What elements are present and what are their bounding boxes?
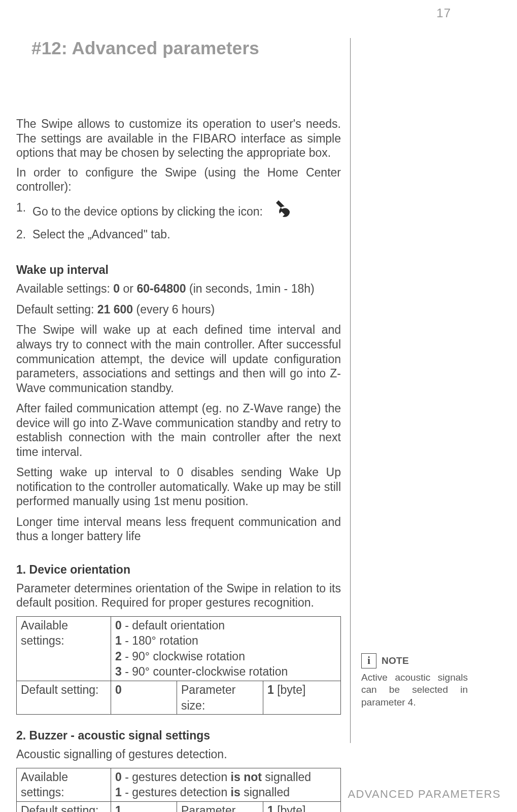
param-1-opt2-value: 2 <box>115 650 122 663</box>
config-step-1: Go to the device options by clicking the… <box>16 200 341 224</box>
config-step-2: Select the „Advanced" tab. <box>16 227 341 242</box>
param-2-opt1-value: 1 <box>115 786 122 799</box>
param-2-block: 2. Buzzer - acoustic signal settings Aco… <box>16 729 341 812</box>
param-1-block: 1. Device orientation Parameter determin… <box>16 563 341 715</box>
param-2-available-label: Available settings: <box>17 768 111 801</box>
intro-paragraph-1: The Swipe allows to customize its operat… <box>16 117 341 160</box>
param-2-psize-label: Parameter size: <box>177 801 263 812</box>
param-2-psize-num: 1 <box>267 804 274 812</box>
table-row: Available settings: 0 - default orientat… <box>17 616 341 681</box>
wakeup-available-v1: 0 <box>113 282 120 295</box>
param-1-opt1-text: - 180° rotation <box>122 634 198 647</box>
note-body: Active acoustic signals can be selected … <box>361 672 468 709</box>
footer-section-name: ADVANCED PARAMETERS <box>348 788 501 801</box>
wakeup-available-v2: 60-64800 <box>136 282 186 295</box>
table-row: Default setting: 1 Parameter size: 1 [by… <box>17 801 341 812</box>
note-header: i NOTE <box>361 653 468 668</box>
note-title: NOTE <box>382 655 409 667</box>
param-1-default-value-text: 0 <box>115 683 122 696</box>
wakeup-available-sep: or <box>120 282 136 295</box>
param-2-opt1-emph: is <box>231 786 240 799</box>
wakeup-p3: Setting wake up interval to 0 disables s… <box>16 465 341 509</box>
page-number: 17 <box>436 6 451 20</box>
table-row: Default setting: 0 Parameter size: 1 [by… <box>17 681 341 715</box>
param-1-heading: 1. Device orientation <box>16 563 341 577</box>
param-1-available-label: Available settings: <box>17 616 111 681</box>
param-1-opt2-text: - 90° clockwise rotation <box>122 650 245 663</box>
param-1-default-value: 0 <box>111 681 177 715</box>
param-2-default-value-text: 1 <box>115 804 122 812</box>
param-1-available-options: 0 - default orientation 1 - 180° rotatio… <box>111 616 341 681</box>
param-1-opt0-text: - default orientation <box>122 619 225 632</box>
wakeup-default: Default setting: 21 600 (every 6 hours) <box>16 302 341 317</box>
wakeup-default-value: 21 600 <box>97 303 133 316</box>
wakeup-default-tail: (every 6 hours) <box>133 303 215 316</box>
table-row: Available settings: 0 - gestures detecti… <box>17 768 341 801</box>
info-icon: i <box>361 653 376 668</box>
param-2-available-options: 0 - gestures detection is not signalled … <box>111 768 341 801</box>
config-steps: Go to the device options by clicking the… <box>16 200 341 242</box>
param-1-default-label: Default setting: <box>17 681 111 715</box>
main-column: #12: Advanced parameters The Swipe allow… <box>16 38 341 812</box>
vertical-rule <box>350 38 351 743</box>
param-2-psize-value: 1 [byte] <box>263 801 341 812</box>
param-1-opt0-value: 0 <box>115 619 122 632</box>
param-2-desc: Acoustic signalling of gestures detectio… <box>16 747 341 762</box>
wakeup-heading: Wake up interval <box>16 263 341 277</box>
wakeup-available-label: Available settings: <box>16 282 113 295</box>
wakeup-p2: After failed communication attempt (eg. … <box>16 401 341 459</box>
section-title: #12: Advanced parameters <box>31 38 341 58</box>
sidebar-note: i NOTE Active acoustic signals can be se… <box>361 653 468 709</box>
param-2-opt0-t2: signalled <box>262 770 311 784</box>
param-1-psize-num: 1 <box>267 683 274 696</box>
param-1-psize-label: Parameter size: <box>177 681 263 715</box>
wakeup-p1: The Swipe will wake up at each defined t… <box>16 323 341 395</box>
wakeup-p4: Longer time interval means less frequent… <box>16 515 341 544</box>
manual-page: 17 #12: Advanced parameters The Swipe al… <box>0 0 517 812</box>
param-1-psize-unit: [byte] <box>274 683 306 696</box>
param-2-opt0-emph: is not <box>231 770 262 784</box>
param-2-opt0-value: 0 <box>115 770 122 784</box>
param-2-default-label: Default setting: <box>17 801 111 812</box>
param-2-table: Available settings: 0 - gestures detecti… <box>16 768 341 812</box>
param-2-psize-unit: [byte] <box>274 804 306 812</box>
param-2-heading: 2. Buzzer - acoustic signal settings <box>16 729 341 743</box>
intro-paragraph-2: In order to configure the Swipe (using t… <box>16 165 341 194</box>
param-1-opt3-text: - 90° counter-clockwise rotation <box>122 665 288 678</box>
param-1-opt1-value: 1 <box>115 634 122 647</box>
param-2-opt1-t2: signalled <box>240 786 290 799</box>
wrench-icon <box>271 199 292 223</box>
param-1-desc: Parameter determines orientation of the … <box>16 581 341 610</box>
param-2-default-value: 1 <box>111 801 177 812</box>
wakeup-block: Wake up interval Available settings: 0 o… <box>16 263 341 543</box>
param-2-opt0-t1: - gestures detection <box>122 770 231 784</box>
param-1-opt3-value: 3 <box>115 665 122 678</box>
wakeup-available-tail: (in seconds, 1min - 18h) <box>186 282 315 295</box>
param-1-psize-value: 1 [byte] <box>263 681 341 715</box>
wakeup-default-label: Default setting: <box>16 303 97 316</box>
param-2-opt1-t1: - gestures detection <box>122 786 231 799</box>
wakeup-available: Available settings: 0 or 60-64800 (in se… <box>16 281 341 296</box>
param-1-table: Available settings: 0 - default orientat… <box>16 616 341 715</box>
config-step-1-text: Go to the device options by clicking the… <box>32 204 263 218</box>
